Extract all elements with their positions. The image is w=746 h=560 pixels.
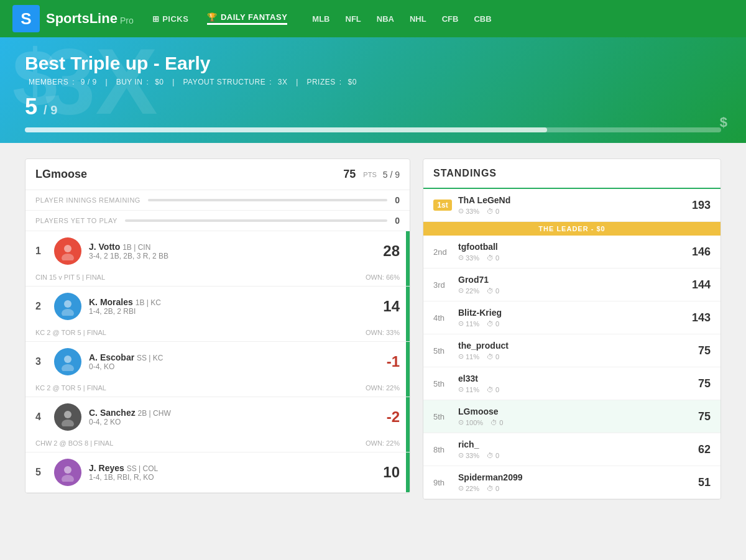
prizes-label: PRIZES bbox=[306, 78, 335, 86]
innings-row: PLAYER INNINGS REMAINING 0 bbox=[25, 190, 410, 211]
standing-rank: 5th bbox=[433, 379, 452, 388]
standing-name: tgfootball bbox=[458, 242, 686, 252]
standing-row-9: 9th Spiderman2099 22% 0 51 bbox=[423, 466, 721, 499]
standing-sub: 33% 0 bbox=[458, 207, 686, 215]
player-info: A. Escobar SS | KC 0-4, KO bbox=[89, 352, 367, 371]
standing-name: ThA LeGeNd bbox=[458, 195, 686, 205]
standings-container: 1st ThA LeGeNd 33% 0 193 THE LEADER - $0… bbox=[423, 189, 721, 499]
buyin-label: BUY IN bbox=[116, 78, 143, 86]
player-main: 2 K. Morales 1B | KC 1-4, 2B, 2 RBI 14 bbox=[25, 287, 410, 326]
team-header: LGmoose 75 PTS 5 / 9 bbox=[25, 159, 410, 190]
standing-rank: 9th bbox=[433, 478, 452, 487]
trophy-icon: 🏆 bbox=[207, 12, 218, 22]
standing-name: LGmoose bbox=[458, 406, 692, 416]
standing-rank: 4th bbox=[433, 313, 452, 323]
svg-point-8 bbox=[64, 466, 71, 474]
player-num: 5 bbox=[35, 467, 47, 478]
logo-pro: Pro bbox=[120, 16, 134, 25]
innings-value: 0 bbox=[395, 195, 400, 205]
nav-daily-fantasy[interactable]: 🏆 DAILY FANTASY bbox=[207, 12, 287, 25]
standing-pct: 11% bbox=[458, 319, 479, 328]
standing-rank: 8th bbox=[433, 445, 452, 454]
nav-picks[interactable]: ⊞ PICKS bbox=[152, 14, 189, 24]
player-name: J. Votto 1B | CIN bbox=[89, 242, 367, 252]
standing-info: Blitz-Krieg 11% 0 bbox=[458, 308, 686, 328]
standing-pct: 100% bbox=[458, 418, 483, 426]
standing-score: 144 bbox=[692, 278, 711, 291]
standing-row-6: 5th el33t 11% 0 75 bbox=[423, 367, 721, 400]
svg-point-5 bbox=[62, 364, 74, 371]
standing-score: 75 bbox=[698, 377, 711, 390]
standing-row-5: 5th the_product 11% 0 75 bbox=[423, 334, 721, 367]
logo-text: SportsLine bbox=[46, 11, 117, 27]
player-bar bbox=[406, 287, 410, 341]
standing-clock: 0 bbox=[487, 385, 499, 393]
header-sports: MLB NFL NBA NHL CFB CBB bbox=[312, 14, 491, 24]
members-label: MEMBERS bbox=[29, 78, 68, 86]
standing-name: Grod71 bbox=[458, 275, 686, 285]
player-row-4: 4 C. Sanchez 2B | CHW 0-4, 2 KO -2 CHW 2… bbox=[25, 397, 410, 452]
team-pts-label: PTS bbox=[363, 171, 376, 178]
svg-point-3 bbox=[62, 309, 74, 316]
standing-score: 146 bbox=[692, 246, 711, 259]
nav-cbb[interactable]: CBB bbox=[474, 14, 491, 24]
player-main: 4 C. Sanchez 2B | CHW 0-4, 2 KO -2 bbox=[25, 397, 410, 437]
hero-progress-fill bbox=[25, 127, 547, 132]
standing-sub: 22% 0 bbox=[458, 287, 686, 295]
standing-name: rich_ bbox=[458, 439, 692, 449]
player-bar bbox=[406, 342, 410, 397]
nav-nfl[interactable]: NFL bbox=[346, 14, 361, 24]
standing-info: Spiderman2099 22% 0 bbox=[458, 472, 692, 492]
player-num: 2 bbox=[35, 301, 47, 312]
standing-clock: 0 bbox=[487, 254, 499, 262]
player-row-2: 2 K. Morales 1B | KC 1-4, 2B, 2 RBI 14 K… bbox=[25, 287, 410, 342]
payout-label: PAYOUT STRUCTURE bbox=[183, 78, 265, 86]
yet-to-play-row: PLAYERS YET TO PLAY 0 bbox=[25, 211, 410, 231]
standing-row-7: 5th LGmoose 100% 0 75 bbox=[423, 400, 721, 433]
yet-to-play-value: 0 bbox=[395, 216, 400, 226]
nav-nhl[interactable]: NHL bbox=[410, 14, 426, 24]
standing-clock: 0 bbox=[487, 484, 499, 492]
standings-title: STANDINGS bbox=[433, 168, 497, 178]
player-info: K. Morales 1B | KC 1-4, 2B, 2 RBI bbox=[89, 297, 367, 316]
player-game: CIN 15 v PIT 5 | FINAL bbox=[35, 273, 105, 281]
standing-score: 75 bbox=[698, 344, 711, 357]
standing-pct: 11% bbox=[458, 385, 479, 393]
player-main: 5 J. Reyes SS | COL 1-4, 1B, RBI, R, KO … bbox=[25, 452, 410, 492]
standing-pct: 22% bbox=[458, 484, 479, 492]
standing-rank-badge: 1st bbox=[433, 200, 452, 211]
player-game: CHW 2 @ BOS 8 | FINAL bbox=[35, 439, 113, 447]
standing-row-2: 2nd tgfootball 33% 0 146 bbox=[423, 236, 721, 269]
player-row-1: 1 J. Votto 1B | CIN 3-4, 2 1B, 2B, 3 R, … bbox=[25, 231, 410, 287]
nav-nba[interactable]: NBA bbox=[377, 14, 394, 24]
main-content: LGmoose 75 PTS 5 / 9 PLAYER INNINGS REMA… bbox=[0, 143, 746, 515]
innings-bar bbox=[148, 199, 387, 201]
standing-rank: 5th bbox=[433, 346, 452, 356]
standing-name: el33t bbox=[458, 374, 692, 383]
player-name: A. Escobar SS | KC bbox=[89, 352, 367, 362]
standing-info: rich_ 33% 0 bbox=[458, 439, 692, 459]
standing-row-8: 8th rich_ 33% 0 62 bbox=[423, 433, 721, 466]
standing-rank: 3rd bbox=[433, 280, 452, 290]
standing-sub: 22% 0 bbox=[458, 484, 692, 492]
standing-pct: 33% bbox=[458, 207, 479, 215]
team-rank: 5 / 9 bbox=[383, 170, 400, 180]
standing-sub: 11% 0 bbox=[458, 352, 692, 360]
standing-score: 143 bbox=[692, 311, 711, 324]
standing-name: Blitz-Krieg bbox=[458, 308, 686, 318]
player-main: 3 A. Escobar SS | KC 0-4, KO -1 bbox=[25, 342, 410, 382]
standing-clock: 0 bbox=[490, 418, 503, 426]
nav-cfb[interactable]: CFB bbox=[442, 14, 459, 24]
svg-point-0 bbox=[64, 245, 71, 252]
player-game: KC 2 @ TOR 5 | FINAL bbox=[35, 329, 106, 336]
svg-point-4 bbox=[64, 356, 71, 363]
player-stats: 3-4, 2 1B, 2B, 3 R, 2 BB bbox=[89, 252, 367, 260]
nav-mlb[interactable]: MLB bbox=[312, 14, 329, 24]
hero-banner: $ 3X Best Triple up - Early MEMBERS: 9 /… bbox=[0, 37, 746, 143]
player-stats: 0-4, 2 KO bbox=[89, 418, 367, 426]
standing-info: ThA LeGeNd 33% 0 bbox=[458, 195, 686, 215]
player-name: C. Sanchez 2B | CHW bbox=[89, 408, 367, 418]
standing-info: LGmoose 100% 0 bbox=[458, 406, 692, 426]
player-footer: CIN 15 v PIT 5 | FINAL OWN: 66% bbox=[25, 271, 410, 286]
player-footer: KC 2 @ TOR 5 | FINAL OWN: 22% bbox=[25, 382, 410, 397]
